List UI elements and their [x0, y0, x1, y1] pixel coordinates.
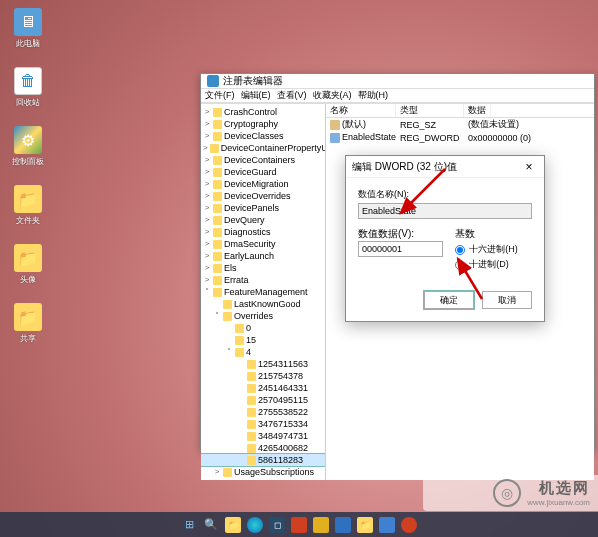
regedit-titlebar[interactable]: 注册表编辑器 — [201, 74, 594, 89]
tree-item[interactable]: 586118283 — [201, 454, 325, 466]
menu-help[interactable]: 帮助(H) — [358, 89, 389, 102]
desktop-icons: 🖥此电脑 🗑回收站 ⚙控制面板 📁文件夹 📁头像 📁共享 — [8, 8, 48, 344]
search-icon[interactable]: 🔍 — [203, 517, 219, 533]
tree-item[interactable]: 0 — [201, 322, 325, 334]
desktop-icon-this-pc[interactable]: 🖥此电脑 — [8, 8, 48, 49]
regedit-tree[interactable]: >CrashControl>Cryptography>DeviceClasses… — [201, 104, 326, 480]
tree-item[interactable]: >Errata — [201, 274, 325, 286]
tree-item[interactable]: ˅4 — [201, 346, 325, 358]
window-title: 注册表编辑器 — [223, 74, 283, 88]
tree-item[interactable]: >UsageSubscriptions — [201, 466, 325, 478]
tree-item[interactable]: >Diagnostics — [201, 226, 325, 238]
menu-view[interactable]: 查看(V) — [277, 89, 307, 102]
close-icon[interactable]: × — [520, 160, 538, 174]
tree-item[interactable]: 3484974731 — [201, 430, 325, 442]
tree-item[interactable]: >DeviceContainerPropertyUpda — [201, 142, 325, 154]
value-data-label: 数值数据(V): — [358, 228, 414, 239]
tree-item[interactable]: 2570495115 — [201, 394, 325, 406]
tree-item[interactable]: >Cryptography — [201, 118, 325, 130]
tree-item[interactable]: ˅Overrides — [201, 310, 325, 322]
tree-item[interactable]: >DevQuery — [201, 214, 325, 226]
value-row[interactable]: EnabledStateREG_DWORD0x00000000 (0) — [326, 131, 594, 144]
tree-item[interactable]: >Els — [201, 262, 325, 274]
tree-item[interactable]: 15 — [201, 334, 325, 346]
tree-item[interactable]: LastKnownGood — [201, 298, 325, 310]
menu-edit[interactable]: 编辑(E) — [241, 89, 271, 102]
desktop-icon-folder2[interactable]: 📁头像 — [8, 244, 48, 285]
desktop-icon-folder3[interactable]: 📁共享 — [8, 303, 48, 344]
value-row[interactable]: (默认)REG_SZ(数值未设置) — [326, 118, 594, 131]
base-label: 基数 — [455, 228, 475, 239]
watermark-logo: ◎ — [493, 479, 521, 507]
regedit-icon — [207, 75, 219, 87]
tree-item[interactable]: >DeviceOverrides — [201, 190, 325, 202]
tree-item[interactable]: ˅FeatureManagement — [201, 286, 325, 298]
cancel-button[interactable]: 取消 — [482, 291, 532, 309]
tree-item[interactable]: >DeviceContainers — [201, 154, 325, 166]
regedit-menubar: 文件(F) 编辑(E) 查看(V) 收藏夹(A) 帮助(H) — [201, 89, 594, 103]
tree-item[interactable]: >DeviceGuard — [201, 166, 325, 178]
taskbar-app-6[interactable] — [401, 517, 417, 533]
taskbar-app-5[interactable] — [379, 517, 395, 533]
taskbar-explorer-icon[interactable]: 📁 — [225, 517, 241, 533]
tree-item[interactable]: >CrashControl — [201, 106, 325, 118]
taskbar[interactable]: ⊞ 🔍 📁 ◻ 📁 — [0, 512, 598, 537]
taskbar-app-4[interactable]: 📁 — [357, 517, 373, 533]
dec-radio[interactable] — [455, 260, 465, 270]
value-name-label: 数值名称(N): — [358, 188, 532, 201]
watermark: ◎ 机选网 www.jixuanw.com — [423, 475, 598, 511]
taskbar-app-2[interactable] — [313, 517, 329, 533]
taskbar-store-icon[interactable]: ◻ — [269, 517, 285, 533]
tree-item[interactable]: 4265400682 — [201, 442, 325, 454]
tree-item[interactable]: >DmaSecurity — [201, 238, 325, 250]
tree-item[interactable]: 3476715334 — [201, 418, 325, 430]
desktop-icon-control-panel[interactable]: ⚙控制面板 — [8, 126, 48, 167]
value-header: 名称 类型 数据 — [326, 104, 594, 118]
taskbar-app-3[interactable] — [335, 517, 351, 533]
edit-dword-dialog[interactable]: 编辑 DWORD (32 位)值 × 数值名称(N): 数值数据(V): 基数 … — [345, 155, 545, 322]
hex-radio[interactable] — [455, 245, 465, 255]
tree-item[interactable]: 2451464331 — [201, 382, 325, 394]
tree-item[interactable]: >DeviceMigration — [201, 178, 325, 190]
tree-item[interactable]: 215754378 — [201, 370, 325, 382]
menu-file[interactable]: 文件(F) — [205, 89, 235, 102]
taskbar-app-1[interactable] — [291, 517, 307, 533]
desktop-icon-folder1[interactable]: 📁文件夹 — [8, 185, 48, 226]
tree-item[interactable]: >EarlyLaunch — [201, 250, 325, 262]
tree-item[interactable]: >DevicePanels — [201, 202, 325, 214]
tree-item[interactable]: 2755538522 — [201, 406, 325, 418]
ok-button[interactable]: 确定 — [424, 291, 474, 309]
dialog-title: 编辑 DWORD (32 位)值 — [352, 160, 457, 174]
taskbar-edge-icon[interactable] — [247, 517, 263, 533]
menu-fav[interactable]: 收藏夹(A) — [313, 89, 352, 102]
start-button[interactable]: ⊞ — [181, 517, 197, 533]
value-data-field[interactable] — [358, 241, 443, 257]
tree-item[interactable]: 1254311563 — [201, 358, 325, 370]
tree-item[interactable]: >DeviceClasses — [201, 130, 325, 142]
value-name-field — [358, 203, 532, 219]
desktop-icon-recycle[interactable]: 🗑回收站 — [8, 67, 48, 108]
